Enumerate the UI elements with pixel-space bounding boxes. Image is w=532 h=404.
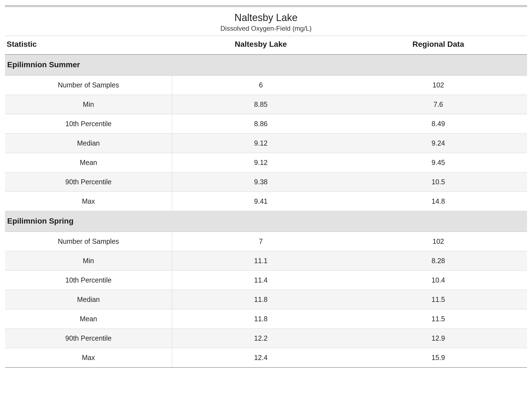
stat-label: Max bbox=[5, 192, 172, 211]
stat-label: Min bbox=[5, 95, 172, 114]
stat-label: Min bbox=[5, 251, 172, 271]
table-row: 10th Percentile 11.4 10.4 bbox=[5, 271, 527, 290]
table-row: 90th Percentile 9.38 10.5 bbox=[5, 172, 527, 192]
section-title: Epilimnion Spring bbox=[5, 211, 527, 232]
table-row: Max 12.4 15.9 bbox=[5, 348, 527, 368]
site-value: 11.8 bbox=[172, 309, 350, 329]
col-header-site: Naltesby Lake bbox=[172, 36, 350, 55]
site-value: 9.12 bbox=[172, 153, 350, 172]
table-row: Min 11.1 8.28 bbox=[5, 251, 527, 271]
regional-value: 12.9 bbox=[350, 329, 527, 348]
top-rule bbox=[5, 6, 527, 7]
table-row: Number of Samples 7 102 bbox=[5, 232, 527, 251]
stat-label: 10th Percentile bbox=[5, 271, 172, 290]
col-header-statistic: Statistic bbox=[5, 36, 172, 55]
page-title: Naltesby Lake bbox=[5, 12, 527, 24]
col-header-regional: Regional Data bbox=[350, 36, 527, 55]
site-value: 8.85 bbox=[172, 95, 350, 114]
regional-value: 11.5 bbox=[350, 309, 527, 329]
regional-value: 102 bbox=[350, 76, 527, 95]
stats-table: Statistic Naltesby Lake Regional Data Ep… bbox=[5, 36, 527, 368]
site-value: 11.1 bbox=[172, 251, 350, 271]
regional-value: 10.4 bbox=[350, 271, 527, 290]
stat-label: 90th Percentile bbox=[5, 172, 172, 192]
site-value: 9.12 bbox=[172, 134, 350, 153]
site-value: 11.8 bbox=[172, 290, 350, 309]
stat-label: 10th Percentile bbox=[5, 114, 172, 134]
site-value: 12.2 bbox=[172, 329, 350, 348]
regional-value: 15.9 bbox=[350, 348, 527, 368]
page-subtitle: Dissolved Oxygen-Field (mg/L) bbox=[5, 25, 527, 32]
table-row: Mean 9.12 9.45 bbox=[5, 153, 527, 172]
table-row: Min 8.85 7.6 bbox=[5, 95, 527, 114]
site-value: 9.38 bbox=[172, 172, 350, 192]
stat-label: Number of Samples bbox=[5, 76, 172, 95]
table-row: Median 9.12 9.24 bbox=[5, 134, 527, 153]
table-row: Max 9.41 14.8 bbox=[5, 192, 527, 211]
table-row: 90th Percentile 12.2 12.9 bbox=[5, 329, 527, 348]
site-value: 6 bbox=[172, 76, 350, 95]
site-value: 7 bbox=[172, 232, 350, 251]
report-page: Naltesby Lake Dissolved Oxygen-Field (mg… bbox=[0, 0, 532, 379]
stat-label: Mean bbox=[5, 309, 172, 329]
site-value: 11.4 bbox=[172, 271, 350, 290]
regional-value: 102 bbox=[350, 232, 527, 251]
table-row: 10th Percentile 8.86 8.49 bbox=[5, 114, 527, 134]
section-title: Epilimnion Summer bbox=[5, 55, 527, 76]
regional-value: 9.45 bbox=[350, 153, 527, 172]
stat-label: Median bbox=[5, 134, 172, 153]
regional-value: 8.49 bbox=[350, 114, 527, 134]
regional-value: 10.5 bbox=[350, 172, 527, 192]
table-row: Number of Samples 6 102 bbox=[5, 76, 527, 95]
regional-value: 11.5 bbox=[350, 290, 527, 309]
section-header: Epilimnion Spring bbox=[5, 211, 527, 232]
stat-label: Mean bbox=[5, 153, 172, 172]
table-row: Median 11.8 11.5 bbox=[5, 290, 527, 309]
site-value: 9.41 bbox=[172, 192, 350, 211]
stat-label: Max bbox=[5, 348, 172, 368]
site-value: 12.4 bbox=[172, 348, 350, 368]
stat-label: 90th Percentile bbox=[5, 329, 172, 348]
site-value: 8.86 bbox=[172, 114, 350, 134]
regional-value: 14.8 bbox=[350, 192, 527, 211]
regional-value: 9.24 bbox=[350, 134, 527, 153]
section-header: Epilimnion Summer bbox=[5, 55, 527, 76]
title-block: Naltesby Lake Dissolved Oxygen-Field (mg… bbox=[5, 10, 527, 33]
regional-value: 7.6 bbox=[350, 95, 527, 114]
regional-value: 8.28 bbox=[350, 251, 527, 271]
column-header-row: Statistic Naltesby Lake Regional Data bbox=[5, 36, 527, 55]
stat-label: Number of Samples bbox=[5, 232, 172, 251]
table-row: Mean 11.8 11.5 bbox=[5, 309, 527, 329]
stat-label: Median bbox=[5, 290, 172, 309]
